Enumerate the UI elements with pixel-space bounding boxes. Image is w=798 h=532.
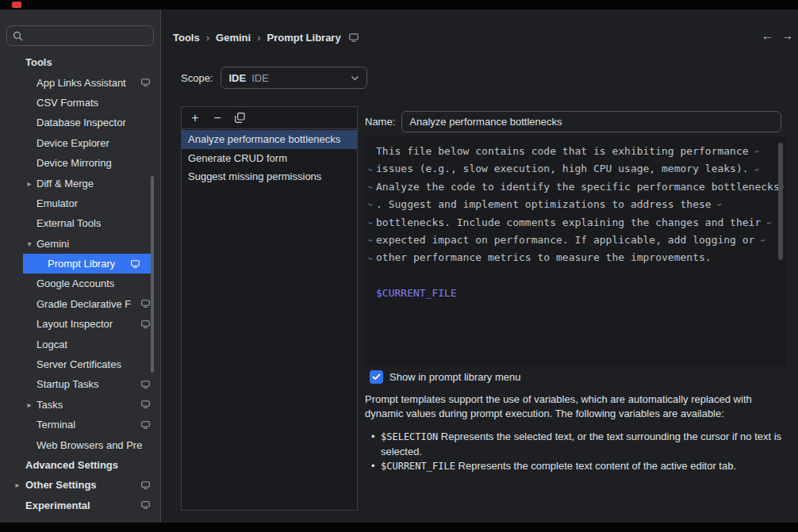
breadcrumb-gemini[interactable]: Gemini: [216, 32, 251, 44]
ide-scope-icon: [131, 260, 140, 268]
sidebar-item-database-inspector[interactable]: Database Inspector: [0, 113, 161, 132]
breadcrumb-tools[interactable]: Tools: [173, 32, 200, 44]
settings-sidebar: Tools App Links Assistant CSV Formats Da…: [0, 10, 161, 522]
breadcrumb-separator: ›: [257, 32, 260, 44]
ide-scope-icon: [141, 320, 150, 328]
sidebar-item-app-links-assistant[interactable]: App Links Assistant: [0, 72, 161, 92]
sidebar-item-advanced-settings[interactable]: Advanced Settings: [0, 455, 161, 475]
ide-scope-icon: [141, 501, 150, 509]
sidebar-item-tools[interactable]: Tools: [0, 52, 161, 72]
sidebar-item-web-browsers[interactable]: Web Browsers and Pre: [0, 434, 161, 454]
sidebar-item-gradle-declarative[interactable]: Gradle Declarative F: [0, 294, 161, 314]
settings-tree: Tools App Links Assistant CSV Formats Da…: [0, 52, 161, 515]
wrap-icon: ↪: [368, 232, 376, 249]
scope-dropdown[interactable]: IDE IDE: [221, 67, 367, 89]
show-in-library-checkbox[interactable]: [370, 370, 383, 384]
wrap-icon: ↩: [754, 161, 762, 178]
scope-label: Scope:: [181, 72, 213, 84]
editor-scrollbar[interactable]: [778, 143, 783, 260]
list-item-generate-crud[interactable]: Generate CRUD form: [182, 149, 357, 168]
name-input[interactable]: [401, 111, 781, 132]
variables-list: $SELECTION Represents the selected text,…: [370, 430, 788, 475]
settings-search[interactable]: [6, 25, 154, 46]
history-navigation: ← →: [762, 29, 793, 42]
breadcrumb: Tools › Gemini › Prompt Library: [173, 30, 359, 44]
ide-scope-icon: [141, 78, 150, 86]
ide-scope-icon: [141, 421, 150, 429]
search-input[interactable]: [28, 30, 148, 42]
name-row: Name:: [365, 111, 781, 132]
wrap-icon: ↪: [368, 250, 376, 267]
chevron-down-icon: [351, 75, 359, 81]
chevron-right-icon[interactable]: ▸: [24, 179, 35, 188]
ide-scope-icon: [141, 300, 150, 308]
prompt-list-toolbar: + −: [182, 107, 357, 129]
list-item-suggest-permissions[interactable]: Suggest missing permissions: [182, 167, 357, 186]
add-button[interactable]: +: [186, 109, 204, 127]
sidebar-item-diff-merge[interactable]: ▸Diff & Merge: [0, 173, 161, 193]
sidebar-item-gemini[interactable]: ▾Gemini: [0, 234, 161, 254]
back-arrow-icon[interactable]: ←: [762, 29, 773, 42]
settings-dialog: Tools App Links Assistant CSV Formats Da…: [0, 10, 798, 522]
chevron-right-icon[interactable]: ▸: [24, 400, 35, 409]
sidebar-item-layout-inspector[interactable]: Layout Inspector: [0, 314, 161, 334]
variable-current-file-token: $CURRENT_FILE: [381, 461, 455, 472]
forward-arrow-icon[interactable]: →: [781, 29, 793, 42]
variable-selection-item: $SELECTION Represents the selected text,…: [370, 430, 788, 458]
chevron-down-icon[interactable]: ▾: [24, 239, 35, 248]
prompt-list: Analyze performance bottlenecks Generate…: [182, 129, 357, 186]
show-in-library-row: Show in prompt library menu: [370, 370, 520, 384]
sidebar-item-google-accounts[interactable]: Google Accounts: [0, 274, 161, 293]
variable-selection-token: $SELECTION: [381, 431, 438, 442]
prompt-text-editor[interactable]: This file below contains code that is ex…: [365, 136, 786, 366]
ide-scope-icon: [141, 481, 150, 489]
chevron-right-icon[interactable]: ▸: [12, 480, 23, 489]
search-icon: [13, 31, 23, 41]
sidebar-item-other-settings[interactable]: ▸Other Settings: [0, 475, 161, 495]
sidebar-item-startup-tasks[interactable]: Startup Tasks: [0, 374, 161, 394]
breadcrumb-prompt-library: Prompt Library: [267, 32, 340, 44]
scope-hint: IDE: [251, 72, 269, 84]
ide-scope-icon: [141, 381, 150, 388]
sidebar-item-logcat[interactable]: Logcat: [0, 334, 161, 354]
copy-icon[interactable]: [231, 109, 248, 127]
list-item-analyze-performance[interactable]: Analyze performance bottlenecks: [182, 130, 357, 149]
record-indicator-dot: [12, 2, 21, 8]
wrap-icon: ↩: [761, 232, 769, 249]
ide-scope-icon: [141, 400, 150, 408]
sidebar-item-prompt-library[interactable]: Prompt Library: [23, 254, 151, 274]
sidebar-item-csv-formats[interactable]: CSV Formats: [0, 93, 161, 113]
breadcrumb-separator: ›: [206, 32, 209, 44]
show-in-library-label: Show in prompt library menu: [389, 371, 520, 383]
wrap-icon: ↪: [368, 178, 376, 196]
scope-row: Scope: IDE IDE: [181, 67, 367, 89]
sidebar-item-external-tools[interactable]: External Tools: [0, 213, 161, 233]
wrap-icon: ↪: [368, 196, 376, 213]
wrap-icon: ↩: [767, 214, 775, 232]
sidebar-item-terminal[interactable]: Terminal: [0, 415, 161, 434]
ide-scope-icon: [349, 33, 359, 42]
sidebar-item-tasks[interactable]: ▸Tasks: [0, 395, 161, 415]
remove-button[interactable]: −: [209, 109, 226, 127]
variables-help-text: Prompt templates support the use of vari…: [365, 392, 788, 420]
variable-current-file-item: $CURRENT_FILE Represents the complete te…: [370, 459, 788, 474]
wrap-icon: ↩: [717, 196, 725, 213]
sidebar-item-server-certificates[interactable]: Server Certificates: [0, 354, 161, 374]
sidebar-scrollbar[interactable]: [151, 176, 154, 373]
window-bottom-bar: [0, 522, 798, 532]
sidebar-item-device-explorer[interactable]: Device Explorer: [0, 133, 161, 153]
name-label: Name:: [365, 116, 395, 128]
sidebar-item-device-mirroring[interactable]: Device Mirroring: [0, 153, 161, 173]
scope-value: IDE: [228, 72, 246, 84]
sidebar-item-emulator[interactable]: Emulator: [0, 193, 161, 213]
variable-token: $CURRENT_FILE: [368, 285, 785, 302]
settings-content: Tools › Gemini › Prompt Library ← → Scop…: [161, 10, 798, 522]
window-top-bar: [0, 0, 798, 10]
prompt-list-panel: + − Analyze performance bottlenecks Gene…: [181, 106, 358, 511]
wrap-icon: ↩: [754, 143, 762, 160]
wrap-icon: ↪: [368, 161, 376, 178]
sidebar-item-experimental[interactable]: Experimental: [0, 496, 161, 515]
wrap-icon: ↪: [368, 214, 376, 232]
